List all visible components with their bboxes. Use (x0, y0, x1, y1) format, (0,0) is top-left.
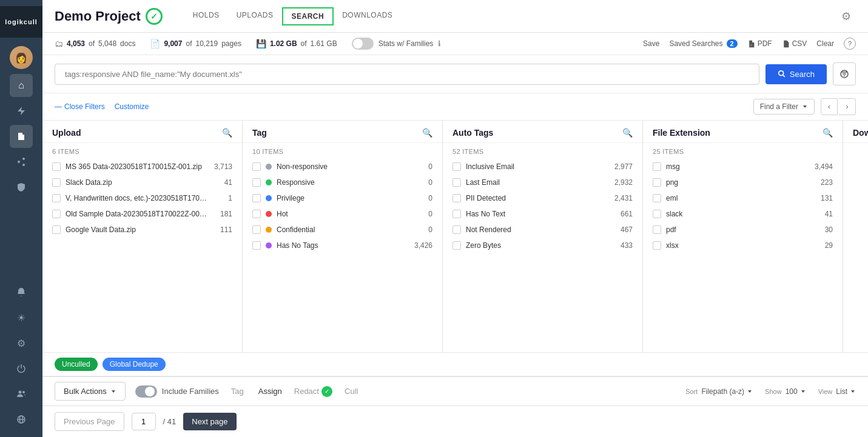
sidebar-item-lightning[interactable] (10, 99, 33, 122)
page-number-input[interactable] (132, 413, 156, 430)
upload-item-2[interactable]: Slack Data.zip 41 (42, 175, 242, 190)
advanced-filter-button[interactable] (833, 62, 856, 85)
tag-checkbox-6[interactable] (252, 241, 261, 250)
unculled-badge[interactable]: Unculled (55, 358, 98, 371)
fileext-checkbox-1[interactable] (653, 162, 661, 171)
sidebar-item-people[interactable] (10, 382, 33, 405)
sidebar-item-home[interactable]: ⌂ (10, 74, 33, 97)
assign-action-button[interactable]: Assign (256, 384, 284, 398)
autotag-checkbox-5[interactable] (453, 225, 461, 234)
autotag-checkbox-6[interactable] (453, 241, 461, 250)
tag-checkbox-4[interactable] (252, 210, 261, 218)
sidebar-logo[interactable]: logikcull (0, 6, 42, 38)
fileext-item-6[interactable]: xlsx 29 (643, 238, 843, 253)
upload-item-4[interactable]: Old Sample Data-20230518T170022Z-001.zip… (42, 206, 242, 222)
sidebar-item-document[interactable] (10, 125, 33, 148)
sidebar-item-share[interactable] (10, 150, 33, 173)
tag-checkbox-1[interactable] (252, 162, 261, 171)
autotag-item-2[interactable]: Last Email 2,932 (443, 175, 642, 190)
customize-link[interactable]: Customize (115, 102, 149, 111)
tag-search-icon[interactable]: 🔍 (422, 128, 432, 138)
tag-checkbox-5[interactable] (252, 225, 261, 234)
tag-checkbox-2[interactable] (252, 178, 261, 187)
autotag-item-6[interactable]: Zero Bytes 433 (443, 238, 642, 253)
autotag-item-4[interactable]: Has No Text 661 (443, 206, 642, 222)
autotag-checkbox-3[interactable] (453, 194, 461, 202)
fileext-item-2[interactable]: png 223 (643, 175, 843, 190)
tag-item-4[interactable]: Hot 0 (243, 206, 442, 222)
autotags-search-icon[interactable]: 🔍 (622, 128, 633, 138)
sidebar-item-sun[interactable]: ☀ (10, 306, 33, 329)
upload-checkbox-4[interactable] (52, 210, 61, 218)
clear-link[interactable]: Clear (816, 39, 834, 48)
tag-item-5[interactable]: Confidential 0 (243, 222, 442, 238)
tab-holds[interactable]: HOLDS (184, 7, 228, 25)
tab-uploads[interactable]: UPLOADS (228, 7, 282, 25)
fileext-checkbox-6[interactable] (653, 241, 661, 250)
upload-item-5[interactable]: Google Vault Data.zip 111 (42, 222, 242, 238)
sidebar-item-bell[interactable] (10, 281, 33, 304)
sort-value-button[interactable]: Filepath (a-z) (701, 387, 753, 396)
cull-action-button[interactable]: Cull (342, 384, 360, 398)
upload-item-3[interactable]: V, Handwritten docs, etc.)-20230518T1701… (42, 190, 242, 206)
upload-checkbox-1[interactable] (52, 162, 61, 171)
avatar[interactable]: 👩 (10, 46, 33, 69)
filter-next-arrow[interactable]: › (839, 98, 856, 115)
previous-page-button[interactable]: Previous Page (55, 412, 124, 431)
redact-action-button[interactable]: Redact ✓ (294, 386, 332, 397)
filter-prev-arrow[interactable]: ‹ (821, 98, 838, 115)
pdf-button[interactable]: PDF (747, 39, 772, 48)
tag-checkbox-3[interactable] (252, 194, 261, 202)
global-dedupe-badge[interactable]: Global Dedupe (103, 358, 166, 371)
fileext-checkbox-3[interactable] (653, 194, 661, 202)
view-value-button[interactable]: List (836, 387, 856, 396)
tag-action-button[interactable]: Tag (229, 384, 246, 398)
tag-item-1[interactable]: Non-responsive 0 (243, 159, 442, 175)
autotag-checkbox-1[interactable] (453, 162, 461, 171)
search-button[interactable]: Search (765, 64, 827, 84)
tab-downloads[interactable]: DOWNLOADS (334, 7, 401, 25)
bulk-actions-button[interactable]: Bulk Actions (55, 382, 126, 401)
show-value-button[interactable]: 100 (786, 387, 806, 396)
tag-item-2[interactable]: Responsive 0 (243, 175, 442, 190)
find-filter-dropdown[interactable]: Find a Filter (753, 99, 815, 115)
search-input[interactable] (55, 64, 759, 85)
sidebar-item-settings[interactable]: ⚙ (10, 332, 33, 355)
csv-button[interactable]: CSV (782, 39, 807, 48)
save-link[interactable]: Save (643, 39, 659, 48)
fileext-item-4[interactable]: slack 41 (643, 206, 843, 222)
sidebar-item-shield[interactable] (10, 176, 33, 199)
tag-item-3[interactable]: Privilege 0 (243, 190, 442, 206)
upload-checkbox-5[interactable] (52, 225, 61, 234)
tab-search[interactable]: SEARCH (282, 7, 334, 25)
autotag-checkbox-2[interactable] (453, 178, 461, 187)
close-filters-button[interactable]: — Close Filters (55, 102, 105, 111)
upload-search-icon[interactable]: 🔍 (222, 128, 232, 138)
header-settings-icon[interactable]: ⚙ (836, 7, 856, 26)
autotag-item-5[interactable]: Not Rendered 467 (443, 222, 642, 238)
help-icon[interactable]: ? (844, 38, 856, 50)
fileext-checkbox-4[interactable] (653, 210, 661, 218)
tag-item-6[interactable]: Has No Tags 3,426 (243, 238, 442, 253)
autotag-checkbox-4[interactable] (453, 210, 461, 218)
sidebar-item-power[interactable] (10, 357, 33, 380)
include-families-label: Include Families (162, 387, 219, 396)
upload-checkbox-2[interactable] (52, 178, 61, 187)
saved-searches-button[interactable]: Saved Searches 2 (669, 39, 737, 48)
upload-checkbox-3[interactable] (52, 194, 61, 202)
autotag-item-1[interactable]: Inclusive Email 2,977 (443, 159, 642, 175)
include-families-toggle[interactable]: Include Families (135, 385, 219, 398)
sidebar-item-globe[interactable] (10, 408, 33, 431)
fileext-checkbox-5[interactable] (653, 225, 661, 234)
fileext-checkbox-2[interactable] (653, 178, 661, 187)
upload-item-1[interactable]: MS 365 Data-20230518T170015Z-001.zip 3,7… (42, 159, 242, 175)
fileext-item-1[interactable]: msg 3,494 (643, 159, 843, 175)
fileext-item-3[interactable]: eml 131 (643, 190, 843, 206)
next-page-button[interactable]: Next page (183, 413, 236, 430)
include-families-switch[interactable] (135, 385, 157, 398)
fileext-item-5[interactable]: pdf 30 (643, 222, 843, 238)
toggle-switch[interactable] (352, 38, 374, 50)
fileext-search-icon[interactable]: 🔍 (823, 128, 833, 138)
stats-families-toggle[interactable]: Stats w/ Families ℹ (352, 38, 442, 50)
autotag-item-3[interactable]: PII Detected 2,431 (443, 190, 642, 206)
